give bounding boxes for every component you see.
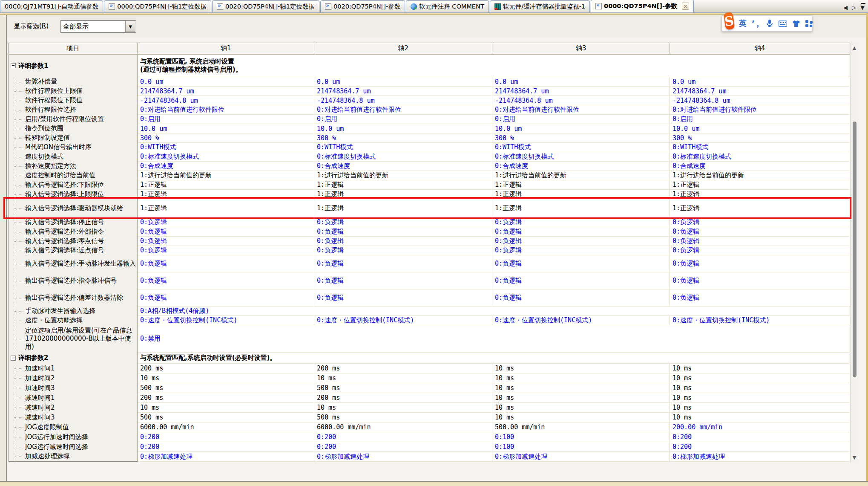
- window-list-icon[interactable]: ▼: [860, 4, 865, 11]
- display-filter-select[interactable]: 全部显示 ▼: [60, 20, 136, 33]
- value-cell-axis4[interactable]: 300 %: [670, 133, 850, 143]
- value-cell-axis4[interactable]: 0:WITH模式: [670, 143, 850, 152]
- value-cell-axis2[interactable]: 1:正逻辑: [314, 180, 492, 190]
- scroll-up-icon[interactable]: ▲: [851, 45, 858, 51]
- value-cell-axis4[interactable]: 0:合成速度: [670, 162, 850, 171]
- value-cell-axis2[interactable]: 0:对进给当前值进行软件限位: [314, 105, 492, 115]
- value-cell-axis4[interactable]: 0:负逻辑: [670, 289, 850, 307]
- value-cell-axis3[interactable]: 0:WITH模式: [492, 143, 670, 152]
- item-label-cell[interactable]: 速度切换模式: [9, 152, 138, 162]
- value-cell-axis2[interactable]: 0:负逻辑: [314, 246, 492, 255]
- item-label-cell[interactable]: JOG运行加速时间选择: [9, 432, 138, 442]
- value-cell-axis1[interactable]: 0:WITH模式: [138, 143, 314, 152]
- value-cell-axis1[interactable]: 0:启用: [138, 115, 314, 124]
- item-label-cell[interactable]: 定位选项启用/禁用设置(可在产品信息171020000000000-B以上版本中…: [9, 325, 138, 353]
- value-cell-axis1[interactable]: 1:正逻辑: [138, 190, 314, 199]
- value-cell-axis2[interactable]: 0:200: [314, 442, 492, 452]
- value-cell-axis2[interactable]: 200 ms: [314, 364, 492, 373]
- value-cell-axis1[interactable]: 0:速度・位置切换控制(INC模式): [138, 316, 314, 325]
- item-label-cell[interactable]: 输入信号逻辑选择:手动脉冲发生器输入: [9, 255, 138, 272]
- value-cell-axis2[interactable]: 0:负逻辑: [314, 255, 492, 272]
- value-cell-axis1[interactable]: 0:梯形加减速处理: [138, 452, 314, 462]
- value-cell-axis2[interactable]: 500 ms: [314, 413, 492, 422]
- value-cell-axis2[interactable]: 0:负逻辑: [314, 289, 492, 307]
- value-cell-axis1[interactable]: 200 ms: [138, 393, 314, 403]
- value-cell-axis3[interactable]: 0:负逻辑: [492, 272, 670, 289]
- value-cell-axis3[interactable]: 0:负逻辑: [492, 246, 670, 255]
- group-label-cell[interactable]: −详细参数1: [9, 54, 138, 77]
- item-label-cell[interactable]: JOG运行减速时间选择: [9, 442, 138, 452]
- item-label-cell[interactable]: 速度控制时的进给当前值: [9, 171, 138, 180]
- tab-6[interactable]: 0000:QD75P4N[]-参数×: [591, 0, 694, 12]
- item-label-cell[interactable]: 指令到位范围: [9, 124, 138, 133]
- value-cell-axis1[interactable]: 214748364.7 um: [138, 87, 314, 96]
- value-cell-axis4[interactable]: 0:启用: [670, 115, 850, 124]
- item-label-cell[interactable]: 加速时间2: [9, 373, 138, 383]
- value-cell-axis2[interactable]: 0:标准速度切换模式: [314, 152, 492, 162]
- value-cell-axis1[interactable]: 500 ms: [138, 383, 314, 393]
- value-cell-axis3[interactable]: 1:进行进给当前值的更新: [492, 171, 670, 180]
- item-label-cell[interactable]: 输入信号逻辑选择:近点信号: [9, 246, 138, 255]
- value-cell-axis1[interactable]: 0:负逻辑: [138, 272, 314, 289]
- value-cell-axis2[interactable]: 0:负逻辑: [314, 237, 492, 246]
- tab-2[interactable]: 0020:QD75P4N[]-轴1定位数据: [212, 0, 319, 12]
- value-cell-axis2[interactable]: 0:WITH模式: [314, 143, 492, 152]
- keyboard-icon[interactable]: [779, 20, 787, 27]
- value-cell-axis4[interactable]: 0:负逻辑: [670, 272, 850, 289]
- value-cell-axis1[interactable]: 1:正逻辑: [138, 199, 314, 218]
- value-cell-axis2[interactable]: 0:速度・位置切换控制(INC模式): [314, 316, 492, 325]
- item-label-cell[interactable]: M代码ON信号输出时序: [9, 143, 138, 152]
- item-label-cell[interactable]: 转矩限制设定值: [9, 133, 138, 143]
- ime-language-toggle[interactable]: 英: [739, 18, 747, 29]
- scrollbar-thumb[interactable]: [853, 122, 857, 377]
- value-cell-axis4[interactable]: 0.0 um: [670, 77, 850, 87]
- item-label-cell[interactable]: 输入信号逻辑选择:外部指令: [9, 227, 138, 237]
- value-cell[interactable]: 0:A相/B相模式(4倍频): [138, 307, 850, 316]
- value-cell-axis4[interactable]: 1:进行进给当前值的更新: [670, 171, 850, 180]
- value-cell-axis4[interactable]: 0:对进给当前值进行软件限位: [670, 105, 850, 115]
- value-cell-axis1[interactable]: 1:正逻辑: [138, 180, 314, 190]
- value-cell-axis2[interactable]: -214748364.8 um: [314, 96, 492, 105]
- value-cell-axis2[interactable]: 0:梯形加减速处理: [314, 452, 492, 462]
- value-cell-axis2[interactable]: 10.0 um: [314, 124, 492, 133]
- vertical-scrollbar[interactable]: ▲ ▼: [850, 43, 858, 463]
- item-label-cell[interactable]: 减速时间3: [9, 413, 138, 422]
- value-cell-axis3[interactable]: 0:速度・位置切换控制(INC模式): [492, 316, 670, 325]
- value-cell-axis3[interactable]: 10 ms: [492, 373, 670, 383]
- value-cell-axis1[interactable]: 0:负逻辑: [138, 218, 314, 227]
- value-cell-axis4[interactable]: 1:正逻辑: [670, 190, 850, 199]
- value-cell-axis1[interactable]: 0:负逻辑: [138, 255, 314, 272]
- item-label-cell[interactable]: 输入信号逻辑选择:上限限位: [9, 190, 138, 199]
- value-cell-axis3[interactable]: 10 ms: [492, 413, 670, 422]
- combo-dropdown-icon[interactable]: ▼: [125, 21, 135, 32]
- item-label-cell[interactable]: JOG速度限制值: [9, 422, 138, 432]
- value-cell-axis3[interactable]: 10 ms: [492, 393, 670, 403]
- value-cell-axis4[interactable]: 0:速度・位置切换控制(INC模式): [670, 316, 850, 325]
- value-cell-axis3[interactable]: 0:启用: [492, 115, 670, 124]
- value-cell-axis1[interactable]: 10 ms: [138, 373, 314, 383]
- value-cell-axis1[interactable]: 0:200: [138, 432, 314, 442]
- item-label-cell[interactable]: 插补速度指定方法: [9, 162, 138, 171]
- item-label-cell[interactable]: 启用/禁用软件行程限位设置: [9, 115, 138, 124]
- skin-icon[interactable]: [792, 20, 800, 27]
- value-cell-axis2[interactable]: 0:负逻辑: [314, 227, 492, 237]
- item-label-cell[interactable]: 减速时间2: [9, 403, 138, 413]
- item-label-cell[interactable]: 软件行程限位选择: [9, 105, 138, 115]
- item-label-cell[interactable]: 加速时间1: [9, 364, 138, 373]
- item-label-cell[interactable]: 软件行程限位下限值: [9, 96, 138, 105]
- group-label-cell[interactable]: −详细参数2: [9, 353, 138, 364]
- value-cell-axis3[interactable]: 10 ms: [492, 383, 670, 393]
- value-cell-axis3[interactable]: 0:负逻辑: [492, 289, 670, 307]
- value-cell-axis2[interactable]: 0:负逻辑: [314, 218, 492, 227]
- value-cell-axis3[interactable]: 0:负逻辑: [492, 237, 670, 246]
- grid-icon[interactable]: [805, 20, 813, 27]
- value-cell-axis1[interactable]: 500 ms: [138, 413, 314, 422]
- value-cell-axis3[interactable]: 0:对进给当前值进行软件限位: [492, 105, 670, 115]
- value-cell-axis4[interactable]: 10.0 um: [670, 124, 850, 133]
- value-cell-axis1[interactable]: 0:负逻辑: [138, 289, 314, 307]
- value-cell-axis4[interactable]: 214748364.7 um: [670, 87, 850, 96]
- value-cell-axis2[interactable]: 0.0 um: [314, 77, 492, 87]
- value-cell-axis2[interactable]: 10 ms: [314, 403, 492, 413]
- value-cell-axis2[interactable]: 0:200: [314, 432, 492, 442]
- value-cell-axis1[interactable]: 0:标准速度切换模式: [138, 152, 314, 162]
